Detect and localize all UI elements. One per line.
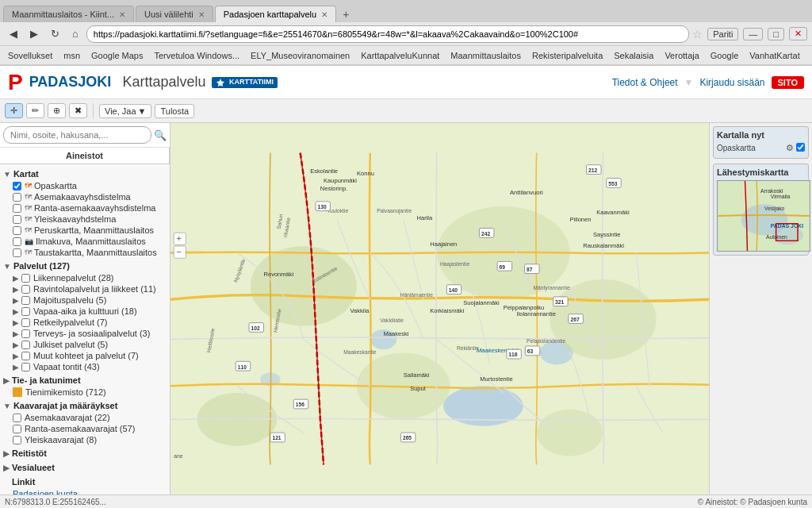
tab-2-close[interactable]: ✕: [198, 10, 205, 19]
tool-clear[interactable]: ✖: [69, 103, 87, 118]
layer-taustakartta[interactable]: 🗺 Taustakartta, Maanmittauslaitos: [0, 247, 170, 258]
vesialueet-header[interactable]: ▶ Vesialueet: [0, 461, 170, 474]
tiedot-ohjeet-link[interactable]: Tiedot & Ohjeet: [612, 77, 678, 88]
checkbox-yleiskaavarajat[interactable]: [13, 436, 21, 444]
bookmark-verottaja[interactable]: Verottaja: [661, 50, 702, 61]
home-button[interactable]: ⌂: [67, 25, 83, 42]
kartat-header[interactable]: ▼ Kartat: [0, 167, 170, 180]
tab-3-label: Padasjoen karttapalvelu: [224, 10, 316, 19]
layer-peruskartta[interactable]: 🗺 Peruskartta, Maanmittauslaitos: [0, 225, 170, 236]
palvelu-ravintola[interactable]: ▶ Ravintolapalvelut ja liikkeet (11): [0, 283, 170, 294]
checkbox-ranta-asema[interactable]: [13, 204, 21, 213]
minimize-btn[interactable]: —: [743, 28, 763, 40]
maximize-btn[interactable]: □: [768, 28, 784, 40]
layer-ranta-asema[interactable]: 🗺 Ranta-asemakaavayhsdistelma: [0, 202, 170, 214]
ranta-asemakaavarajat[interactable]: Ranta-asemakaavarajat (57): [0, 423, 170, 434]
link-padasjoen-kunta[interactable]: Padasjoen kunta: [0, 488, 170, 495]
tab-1-close[interactable]: ✕: [119, 10, 125, 19]
checkbox-vapaaaika[interactable]: [21, 307, 30, 316]
bookmark-star[interactable]: ☆: [692, 28, 703, 40]
checkbox-majoitus[interactable]: [21, 296, 30, 305]
tab-3-close[interactable]: ✕: [321, 10, 327, 19]
checkbox-muut[interactable]: [21, 352, 30, 360]
palvelu-liikenne[interactable]: ▶ Liikennepalvelut (28): [0, 272, 170, 283]
bookmark-ely[interactable]: ELY_Museoviranomainen: [247, 50, 353, 61]
map-area[interactable]: Revonmäki Haajainen Suojalanmäki Maakesk…: [170, 123, 709, 495]
checkbox-yleiskaava[interactable]: [13, 215, 21, 224]
tool-measure[interactable]: ✏: [26, 103, 44, 118]
layer-yleiskaava[interactable]: 🗺 Yleiskaavayhdstelma: [0, 214, 170, 225]
tab-2-label: Uusi välilehti: [144, 10, 193, 19]
checkbox-asemakaavarajat[interactable]: [13, 414, 21, 422]
tienimikemisto[interactable]: Tienimikemisto (712): [0, 387, 170, 398]
mini-map[interactable]: Virmaila Arrakoski Vesijako PADAS JOKI A…: [717, 180, 810, 252]
checkbox-ravintola[interactable]: [21, 285, 30, 294]
bookmark-maanmittaus[interactable]: Maanmittauslaitos: [447, 50, 524, 61]
search-button[interactable]: 🔍: [154, 129, 167, 141]
tiekatunimiet-header[interactable]: ▶ Tie- ja katunimet: [0, 374, 170, 387]
padasjoki-logo-p: P: [8, 70, 23, 95]
svg-text:Harila: Harila: [417, 214, 434, 221]
map-icon-4: 🗺: [25, 215, 32, 223]
tab-2[interactable]: Uusi välilehti ✕: [136, 6, 213, 22]
palvelu-retkeily[interactable]: ▶ Retkeilypalvelut (7): [0, 317, 170, 328]
bookmark-googlemaps[interactable]: Google Maps: [88, 50, 146, 61]
browser-menu[interactable]: Pariti: [707, 28, 738, 40]
checkbox-julkiset[interactable]: [21, 341, 30, 349]
bookmark-google[interactable]: Google: [707, 50, 741, 61]
tool-area[interactable]: ⊕: [48, 103, 66, 118]
layer-opaskartta[interactable]: 🗺 Opaskartta: [0, 180, 170, 191]
bookmark-sekalaisia[interactable]: Sekalaisia: [611, 50, 657, 61]
back-button[interactable]: ◀: [5, 25, 22, 42]
asemakaavarajat[interactable]: Asemakaavarajat (22): [0, 412, 170, 423]
checkbox-asemakaava[interactable]: [13, 193, 21, 202]
checkbox-ilmakuva[interactable]: [13, 237, 21, 246]
search-input[interactable]: [3, 126, 151, 144]
bookmark-sovellukset[interactable]: Sovellukset: [5, 50, 56, 61]
opaskartta-settings-icon[interactable]: ⚙: [786, 143, 794, 153]
new-tab-button[interactable]: +: [338, 6, 354, 22]
checkbox-opaskartta[interactable]: [13, 182, 21, 190]
yleiskaavarajat[interactable]: Yleiskaavarajat (8): [0, 434, 170, 445]
tool-pointer[interactable]: ✛: [5, 103, 23, 118]
bookmark-karttapalvelu[interactable]: KarttapalveluKunnat: [358, 50, 442, 61]
checkbox-liikenne[interactable]: [21, 274, 30, 283]
forward-button[interactable]: ▶: [25, 25, 43, 42]
palvelu-tontit[interactable]: ▶ Vapaat tontit (43): [0, 361, 170, 372]
tab-3[interactable]: Padasjoen karttapalvelu ✕: [215, 6, 336, 22]
checkbox-taustakartta[interactable]: [13, 248, 21, 257]
checkbox-tontit[interactable]: [21, 363, 30, 371]
checkbox-ranta-kaavarajat[interactable]: [13, 425, 21, 433]
checkbox-terveys[interactable]: [21, 329, 30, 338]
close-btn[interactable]: ✕: [789, 27, 807, 40]
palvelu-vapaaaika[interactable]: ▶ Vapaa-aika ja kulttuuri (18): [0, 306, 170, 317]
checkbox-peruskartta[interactable]: [13, 226, 21, 235]
bookmark-tervetuloa[interactable]: Tervetuloa Windows...: [151, 50, 243, 61]
vie-jaa-button[interactable]: Vie, Jaa ▼: [99, 104, 151, 118]
kirjaudu-link[interactable]: Kirjaudu sisään: [699, 77, 764, 88]
opaskartta-checkbox[interactable]: [796, 143, 805, 152]
bookmark-msn[interactable]: msn: [60, 50, 83, 61]
tulosta-button[interactable]: Tulosta: [155, 104, 194, 118]
kaavarajat-header[interactable]: ▼ Kaavarajat ja määräykset: [0, 399, 170, 412]
app-header: P PADASJOKI Karttapalvelu KARTTATIIMI Ti…: [0, 66, 812, 99]
tab-aineistot[interactable]: Aineistot: [0, 148, 170, 164]
reload-button[interactable]: ↻: [46, 25, 64, 42]
palvelut-header[interactable]: ▼ Palvelut (127): [0, 260, 170, 272]
checkbox-retkeily[interactable]: [21, 318, 30, 327]
palvelu-julkiset[interactable]: ▶ Julkiset palvelut (5): [0, 339, 170, 350]
ravintola-arrow: ▶: [13, 285, 19, 294]
coords-display: N:6798313.0 E:255162465...: [5, 498, 106, 506]
palvelu-majoitus[interactable]: ▶ Majoituspalvelu (5): [0, 294, 170, 306]
kaavarajat-arrow: ▼: [3, 402, 11, 410]
layer-ilmakuva[interactable]: 📷 Ilmakuva, Maanmittauslaitos: [0, 236, 170, 247]
reitistot-header[interactable]: ▶ Reitistöt: [0, 447, 170, 460]
bookmark-rekisteri[interactable]: Rekisteripalveluita: [529, 50, 606, 61]
palvelu-muut[interactable]: ▶ Muut kohteet ja palvelut (7): [0, 350, 170, 361]
layer-asemakaava[interactable]: 🗺 Asemakaavayhsdistelma: [0, 191, 170, 202]
palvelut-arrow: ▼: [3, 262, 11, 271]
address-input[interactable]: [86, 25, 689, 43]
palvelu-terveys[interactable]: ▶ Terveys- ja sosiaalipalvelut (3): [0, 328, 170, 339]
tab-1[interactable]: Maanmittauslaitos - Kiint... ✕: [3, 6, 134, 22]
bookmark-vanhatkartat[interactable]: VanhatKartat: [746, 50, 802, 61]
